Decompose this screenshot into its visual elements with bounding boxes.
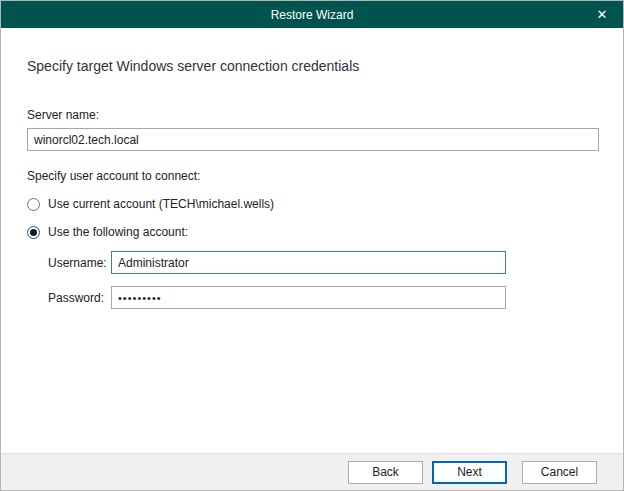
next-button[interactable]: Next [432, 461, 507, 484]
server-name-input[interactable] [27, 128, 599, 151]
restore-wizard-dialog: Restore Wizard ✕ Specify target Windows … [0, 0, 624, 491]
dialog-content: Specify target Windows server connection… [1, 58, 623, 309]
radio-current-account-label: Use current account (TECH\michael.wells) [48, 197, 274, 211]
cancel-button[interactable]: Cancel [522, 461, 597, 484]
radio-unchecked-icon[interactable] [27, 198, 40, 211]
password-input[interactable] [111, 286, 506, 309]
page-title: Specify target Windows server connection… [27, 58, 597, 74]
radio-checked-icon[interactable] [27, 226, 40, 239]
username-row: Username: [27, 251, 597, 274]
password-row: Password: [27, 286, 597, 309]
username-label: Username: [48, 256, 111, 270]
window-title: Restore Wizard [271, 8, 354, 22]
radio-current-account[interactable]: Use current account (TECH\michael.wells) [27, 197, 597, 211]
radio-following-account[interactable]: Use the following account: [27, 225, 597, 239]
close-icon[interactable]: ✕ [581, 1, 623, 28]
radio-following-account-label: Use the following account: [48, 225, 188, 239]
server-name-label: Server name: [27, 108, 597, 122]
password-label: Password: [48, 291, 111, 305]
account-section-label: Specify user account to connect: [27, 169, 597, 183]
username-input[interactable] [111, 251, 506, 274]
footer-bar: Back Next Cancel [1, 453, 623, 490]
back-button[interactable]: Back [348, 461, 423, 484]
titlebar[interactable]: Restore Wizard ✕ [1, 1, 623, 28]
